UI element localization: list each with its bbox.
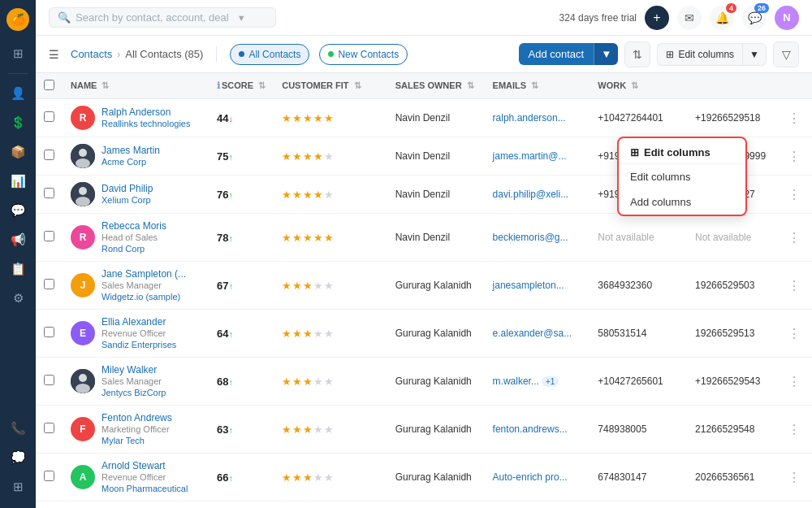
view-toggle[interactable]: ☰ <box>49 48 59 61</box>
owner-name: Gururag Kalanidh <box>395 376 472 387</box>
email-value[interactable]: davi.philip@xeli... <box>493 189 569 200</box>
email-value[interactable]: e.alexander@sa... <box>493 328 572 339</box>
contact-name[interactable]: Ralph Anderson <box>102 106 190 118</box>
row-checkbox[interactable] <box>44 111 54 122</box>
tab-new-contacts[interactable]: New Contacts <box>319 44 408 65</box>
owner-name: Gururag Kalanidh <box>395 280 472 291</box>
tab-all-contacts[interactable]: All Contacts <box>230 44 309 65</box>
sidebar-item-tasks[interactable]: 📋 <box>3 256 32 282</box>
contact-name[interactable]: Ellia Alexander <box>102 316 176 328</box>
email-button[interactable]: ✉ <box>677 6 702 30</box>
row-more-button[interactable]: ⋮ <box>784 467 804 488</box>
edit-columns-dropdown-button[interactable]: ▼ <box>742 43 767 66</box>
row-more-button[interactable]: ⋮ <box>784 185 804 205</box>
col-work[interactable]: WORK ⇅ <box>590 73 687 99</box>
col-sales-owner[interactable]: SALES OWNER ⇅ <box>387 73 485 99</box>
user-avatar[interactable]: N <box>775 6 799 30</box>
contact-company[interactable]: Widgetz.io (sample) <box>102 292 180 302</box>
email-cell: janesampleton... <box>485 262 590 310</box>
contact-company[interactable]: Reallinks technologies <box>102 119 190 128</box>
row-checkbox[interactable] <box>44 231 54 241</box>
sidebar-item-home[interactable]: ⊞ <box>3 41 32 67</box>
row-more-button[interactable]: ⋮ <box>784 419 804 440</box>
sidebar-item-messages[interactable]: 💬 <box>3 198 32 224</box>
contact-company[interactable]: Mylar Tech <box>102 436 145 445</box>
filter-sort-button[interactable]: ⇅ <box>624 41 650 67</box>
row-more-button[interactable]: ⋮ <box>784 146 804 167</box>
sidebar-item-campaigns[interactable]: 📢 <box>3 227 32 253</box>
dropdown-item-add-columns[interactable]: Add columns <box>619 189 745 215</box>
row-checkbox[interactable] <box>44 471 54 481</box>
col-score[interactable]: ℹSCORE ⇅ <box>209 73 274 99</box>
sidebar-item-contacts[interactable]: 👤 <box>3 80 32 106</box>
email-value[interactable]: fenton.andrews... <box>493 423 568 435</box>
add-button[interactable]: + <box>645 6 669 30</box>
col-name[interactable]: NAME ⇅ <box>63 73 209 99</box>
filter-button[interactable]: ▽ <box>773 41 799 67</box>
contact-name[interactable]: Jane Sampleton (... <box>102 268 186 280</box>
contact-name[interactable]: David Philip <box>102 183 153 194</box>
row-checkbox[interactable] <box>44 375 54 385</box>
contact-company[interactable]: Xelium Corp <box>102 195 151 205</box>
email-value[interactable]: janesampleton... <box>493 280 564 291</box>
contact-name[interactable]: Miley Walker <box>102 364 166 376</box>
row-more-button[interactable]: ⋮ <box>784 276 804 296</box>
col-emails[interactable]: EMAILS ⇅ <box>485 73 590 99</box>
contact-company[interactable]: Sandiz Enterprises <box>102 340 176 350</box>
row-more-button[interactable]: ⋮ <box>784 323 804 344</box>
row-more-button[interactable]: ⋮ <box>784 371 804 392</box>
row-checkbox-cell <box>36 99 63 137</box>
contact-name[interactable]: Arnold Stewart <box>102 460 188 471</box>
row-checkbox[interactable] <box>44 327 54 337</box>
edit-columns-button[interactable]: ⊞ Edit columns <box>657 43 742 66</box>
add-contact-dropdown-button[interactable]: ▼ <box>594 43 618 65</box>
row-more-button[interactable]: ⋮ <box>784 228 804 248</box>
search-input[interactable]: Search by contact, account, deal <box>76 11 229 24</box>
work-cell: +10427265601 <box>590 358 687 406</box>
col-customer-fit[interactable]: CUSTOMER FIT ⇅ <box>274 73 387 99</box>
contact-company[interactable]: Rond Corp <box>102 244 145 254</box>
dropdown-item-edit-columns[interactable]: Edit columns <box>619 164 745 189</box>
sidebar-item-settings[interactable]: ⚙ <box>3 285 32 311</box>
row-more-button[interactable]: ⋮ <box>784 108 804 128</box>
star-2: ★ <box>292 328 302 340</box>
row-checkbox[interactable] <box>44 423 54 433</box>
email-value[interactable]: james.martin@... <box>493 150 567 162</box>
sidebar-item-deals[interactable]: 💲 <box>3 110 32 136</box>
select-all-checkbox[interactable] <box>44 80 54 90</box>
score-value: 78 <box>217 232 228 244</box>
breadcrumb-contacts[interactable]: Contacts <box>71 48 112 60</box>
row-checkbox[interactable] <box>44 188 54 198</box>
contact-name[interactable]: Fenton Andrews <box>102 412 172 423</box>
trial-text: 324 days free trial <box>559 12 637 24</box>
notifications-button[interactable]: 🔔 4 <box>710 6 734 30</box>
email-value[interactable]: ralph.anderson... <box>493 112 566 124</box>
search-box[interactable]: 🔍 Search by contact, account, deal ▼ <box>49 7 276 28</box>
row-checkbox[interactable] <box>44 279 54 289</box>
email-cell: james.martin@... <box>485 137 590 176</box>
contact-company[interactable]: Moon Pharmaceutical <box>102 484 188 493</box>
work2-phone: +19266529518 <box>695 112 760 124</box>
contact-company[interactable]: Jentycs BizCorp <box>102 388 166 397</box>
email-value[interactable]: m.walker... <box>493 376 539 387</box>
owner-cell: Navin Denzil <box>387 176 485 214</box>
contact-role: Sales Manager <box>102 376 162 386</box>
work2-phone: 19266529503 <box>695 280 754 291</box>
email-value[interactable]: Auto-enrich pro... <box>493 471 568 483</box>
sidebar-item-apps[interactable]: ⊞ <box>3 474 32 500</box>
sidebar-item-reports[interactable]: 📊 <box>3 168 32 194</box>
avatar <box>71 144 95 168</box>
messages-button[interactable]: 💬 26 <box>742 6 767 30</box>
sidebar-item-calls[interactable]: 📞 <box>3 415 32 441</box>
contact-name[interactable]: James Martin <box>102 145 160 156</box>
star-1: ★ <box>282 376 292 388</box>
email-value[interactable]: beckiemoris@g... <box>493 232 568 243</box>
contact-name[interactable]: Rebecca Moris <box>102 220 166 232</box>
sidebar-item-products[interactable]: 📦 <box>3 139 32 165</box>
breadcrumb-separator: › <box>117 49 120 60</box>
add-contact-button[interactable]: Add contact <box>519 43 594 65</box>
app-logo[interactable]: 🍊 <box>6 8 29 31</box>
contact-company[interactable]: Acme Corp <box>102 157 146 167</box>
sidebar-item-chat[interactable]: 💭 <box>3 445 32 471</box>
row-checkbox[interactable] <box>44 150 54 160</box>
